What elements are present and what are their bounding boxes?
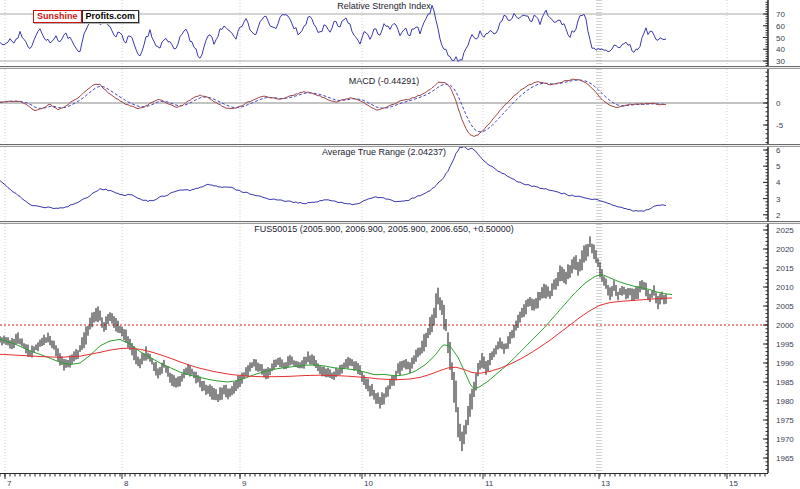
- y-axis-label: 50: [776, 34, 785, 43]
- y-axis-label: 1995: [776, 340, 794, 349]
- y-axis-label: 40: [776, 45, 785, 54]
- x-axis-day-label: 9: [242, 479, 247, 488]
- ma-slow-line: [0, 298, 672, 380]
- y-axis-label: 2000: [776, 321, 794, 330]
- x-axis-day-label: 10: [364, 479, 373, 488]
- y-axis-label: 2005: [776, 302, 794, 311]
- y-axis-label: 2025: [776, 226, 794, 235]
- price-panel[interactable]: 2025202020152010200520001995199019851980…: [0, 224, 800, 473]
- x-axis-day-label: 8: [124, 479, 129, 488]
- price-bars: [0, 236, 666, 451]
- y-axis-label: 2020: [776, 245, 794, 254]
- y-axis-label: 30: [776, 57, 785, 66]
- atr-panel[interactable]: 65432: [0, 147, 800, 221]
- macd-panel[interactable]: 0-5: [0, 69, 800, 144]
- y-axis-label: 1965: [776, 454, 794, 463]
- x-axis-day-label: 11: [485, 479, 494, 488]
- y-axis-label: 1970: [776, 435, 794, 444]
- y-axis-label: 2015: [776, 264, 794, 273]
- y-axis-label: 70: [776, 10, 785, 19]
- y-axis-label: 6: [776, 147, 781, 155]
- y-axis-label: 1980: [776, 397, 794, 406]
- y-axis-label: 1975: [776, 416, 794, 425]
- y-axis-label: -5: [776, 121, 784, 130]
- macd-signal-line: [0, 80, 666, 132]
- chart-root: 7060504030 Relative Strength Index Sunsh…: [0, 0, 800, 489]
- y-axis-label: 60: [776, 22, 785, 31]
- x-axis-day-label: 15: [729, 479, 738, 488]
- sunshineprofits-logo: SunshineProfits.com: [33, 10, 139, 23]
- macd-line: [0, 79, 666, 137]
- time-axis[interactable]: 78910111315: [0, 473, 800, 489]
- atr-line: [0, 147, 666, 211]
- x-axis-day-label: 7: [7, 479, 12, 488]
- y-axis-label: 4: [776, 178, 781, 187]
- y-axis-label: 0: [776, 99, 781, 108]
- y-axis-label: 2: [776, 211, 781, 220]
- logo-sunshine: Sunshine: [33, 10, 82, 23]
- logo-profits: Profits.com: [82, 10, 140, 23]
- y-axis-label: 5: [776, 162, 781, 171]
- y-axis-label: 1985: [776, 378, 794, 387]
- y-axis-label: 3: [776, 195, 781, 204]
- y-axis-label: 1990: [776, 359, 794, 368]
- x-axis-day-label: 13: [601, 479, 610, 488]
- y-axis-label: 2010: [776, 283, 794, 292]
